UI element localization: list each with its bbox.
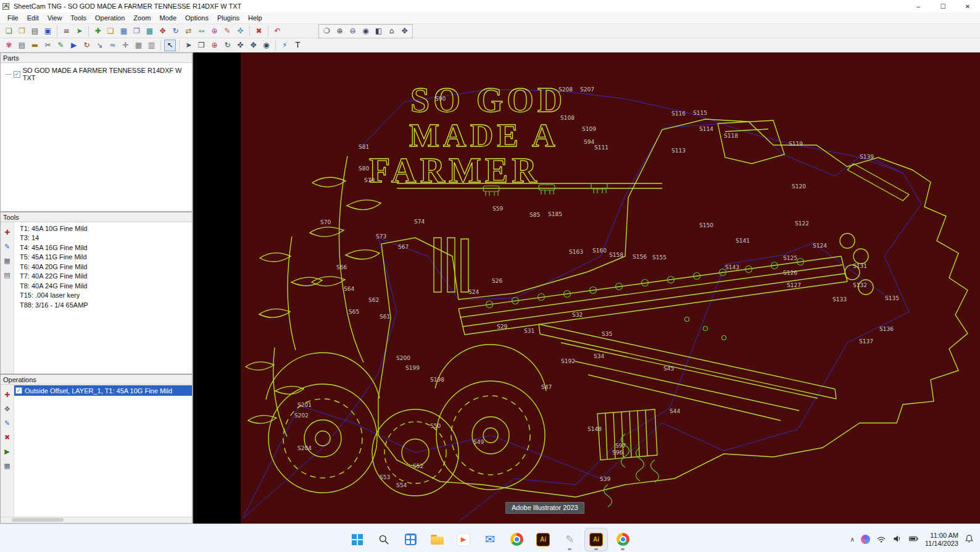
tool-list-item[interactable]: T6: 40A 20G Fine Mild bbox=[14, 262, 192, 272]
operations-hscrollbar[interactable] bbox=[1, 517, 192, 523]
start-points-icon[interactable]: ▶ bbox=[68, 40, 80, 51]
lead-in-out-icon[interactable]: ↘ bbox=[94, 40, 106, 51]
part-tree-item[interactable]: ✓ SO GOD MADE A FARMER TENNESSE R14DXF W… bbox=[1, 65, 192, 82]
new-tool-icon[interactable]: ✚ bbox=[2, 227, 12, 237]
menu-zoom[interactable]: Zoom bbox=[129, 14, 155, 22]
media-player-icon[interactable]: ▶ bbox=[452, 528, 475, 551]
menu-operation[interactable]: Operation bbox=[91, 14, 129, 22]
zoom-extents-icon[interactable]: ◉ bbox=[360, 25, 372, 37]
show-sheet-icon[interactable]: ▬ bbox=[29, 40, 41, 51]
maximize-button[interactable]: ☐ bbox=[931, 0, 955, 12]
show-grid-icon[interactable]: ▦ bbox=[133, 40, 144, 51]
simulate-icon[interactable]: ⚡ bbox=[279, 40, 291, 51]
job-report-icon[interactable]: ▤ bbox=[16, 40, 28, 51]
hidden-icons-chevron-icon[interactable]: ∧ bbox=[850, 536, 854, 543]
snap-options-icon[interactable]: ✛ bbox=[120, 40, 131, 51]
select-contour-icon[interactable]: ➤ bbox=[183, 40, 194, 51]
edit-tool-icon[interactable]: ✎ bbox=[2, 241, 12, 251]
menu-mode[interactable]: Mode bbox=[155, 14, 181, 22]
widgets-icon[interactable] bbox=[399, 528, 422, 551]
new-operation-icon[interactable]: ✚ bbox=[2, 390, 12, 399]
tool-list-item[interactable]: T88: 3/16 - 1/4 65AMP bbox=[14, 300, 192, 310]
operations-table-icon[interactable]: ▦ bbox=[2, 461, 12, 470]
operation-checkbox[interactable]: ✓ bbox=[15, 387, 22, 394]
path-direction-icon[interactable]: ↻ bbox=[81, 40, 93, 51]
battery-icon[interactable] bbox=[908, 534, 919, 545]
marker-app-icon[interactable]: ✎ bbox=[558, 528, 581, 551]
measure-part-icon[interactable]: ✜ bbox=[235, 25, 246, 37]
zoom-machine-icon[interactable]: ⌂ bbox=[386, 25, 397, 37]
delete-operation-icon[interactable]: ✖ bbox=[2, 432, 12, 442]
chrome-icon[interactable] bbox=[505, 528, 528, 551]
run-post-processor-icon[interactable]: ➤ bbox=[73, 25, 85, 37]
illustrator-2-icon[interactable]: Ai bbox=[584, 528, 608, 551]
move-part-icon[interactable]: ✥ bbox=[157, 25, 168, 37]
tool-list-item[interactable]: T15: .004 laser kery bbox=[14, 291, 192, 301]
start-icon[interactable] bbox=[346, 528, 369, 551]
tool-table-icon[interactable]: ▦ bbox=[2, 256, 12, 266]
minimize-button[interactable]: – bbox=[906, 0, 931, 12]
tool-list-item[interactable]: T4: 45A 16G Fine Mild bbox=[14, 243, 192, 253]
delete-part-icon[interactable]: ✖ bbox=[253, 25, 265, 37]
zoom-window-icon[interactable]: ❍ bbox=[321, 25, 333, 37]
tool-database-icon[interactable]: ▤ bbox=[2, 270, 12, 280]
tool-list-item[interactable]: T5: 45A 11G Fine Mild bbox=[14, 253, 192, 262]
array-part-icon[interactable]: ▩ bbox=[144, 25, 156, 37]
pan-view-icon[interactable]: ✥ bbox=[399, 25, 410, 37]
menu-file[interactable]: File bbox=[3, 14, 23, 22]
close-button[interactable]: ✕ bbox=[955, 0, 980, 12]
set-origin-icon[interactable]: ⊕ bbox=[209, 40, 220, 51]
text-tool-icon[interactable]: T bbox=[292, 40, 304, 51]
show-rulers-icon[interactable]: ▥ bbox=[146, 40, 157, 51]
mirror-part-icon[interactable]: ⇄ bbox=[183, 25, 194, 37]
menu-tools[interactable]: Tools bbox=[66, 14, 91, 22]
save-job-icon[interactable]: ▣ bbox=[42, 25, 54, 37]
select-region-icon[interactable]: ❒ bbox=[196, 40, 207, 51]
open-job-icon[interactable]: ❐ bbox=[16, 25, 28, 37]
import-part-icon[interactable]: ✚ bbox=[92, 25, 104, 37]
tray-app-icon[interactable] bbox=[861, 535, 870, 544]
zoom-out-icon[interactable]: ⊖ bbox=[347, 25, 359, 37]
wifi-icon[interactable] bbox=[876, 534, 886, 545]
new-job-icon[interactable]: ❏ bbox=[3, 25, 15, 37]
point-info-icon[interactable]: ◉ bbox=[260, 40, 272, 51]
operation-list-item[interactable]: ✓ Outside Offset, LAYER_1, T1: 45A 10G F… bbox=[14, 385, 192, 396]
clock[interactable]: 11:00 AM 11/14/2023 bbox=[925, 532, 958, 548]
search-icon[interactable] bbox=[372, 528, 396, 551]
job-options-icon[interactable]: ≡ bbox=[60, 25, 72, 37]
duplicate-part-icon[interactable]: ❒ bbox=[131, 25, 143, 37]
tool-list-item[interactable]: T1: 45A 10G Fine Mild bbox=[14, 224, 192, 233]
menu-edit[interactable]: Edit bbox=[23, 14, 43, 22]
part-wizard-icon[interactable]: ✾ bbox=[3, 40, 15, 51]
part-origin-icon[interactable]: ⊕ bbox=[209, 25, 220, 37]
select-mode-icon[interactable]: ↖ bbox=[164, 40, 176, 51]
offset-path-icon[interactable]: ≈ bbox=[107, 40, 118, 51]
simulate-operation-icon[interactable]: ▶ bbox=[2, 446, 12, 456]
mail-icon[interactable]: ✉ bbox=[478, 528, 502, 551]
scale-part-icon[interactable]: ↔ bbox=[196, 25, 207, 37]
menu-plugins[interactable]: Plugins bbox=[213, 14, 244, 22]
paste-part-icon[interactable]: ▦ bbox=[118, 25, 130, 37]
hscrollbar-thumb[interactable] bbox=[12, 518, 64, 522]
measure-tool-icon[interactable]: ✜ bbox=[235, 40, 246, 51]
file-explorer-icon[interactable] bbox=[425, 528, 449, 551]
tool-list-item[interactable]: T7: 40A 22G Fine Mild bbox=[14, 272, 192, 282]
edit-operation-icon[interactable]: ✎ bbox=[2, 418, 12, 428]
chrome-2-icon[interactable] bbox=[611, 528, 634, 551]
tool-list-item[interactable]: T3: 14 bbox=[14, 233, 192, 243]
node-edit-icon[interactable]: ✎ bbox=[55, 40, 67, 51]
menu-view[interactable]: View bbox=[43, 14, 67, 22]
copy-part-icon[interactable]: ❑ bbox=[105, 25, 117, 37]
print-icon[interactable]: ▤ bbox=[29, 25, 41, 37]
zoom-part-icon[interactable]: ◧ bbox=[373, 25, 384, 37]
rotate-part-icon[interactable]: ↻ bbox=[170, 25, 181, 37]
undo-icon[interactable]: ↶ bbox=[272, 25, 283, 37]
edit-contour-icon[interactable]: ✎ bbox=[222, 25, 233, 37]
rotate-view-icon[interactable]: ↻ bbox=[222, 40, 233, 51]
path-edit-icon[interactable]: ✂ bbox=[42, 40, 54, 51]
menu-options[interactable]: Options bbox=[181, 14, 213, 22]
notification-bell-icon[interactable] bbox=[965, 534, 974, 545]
move-operation-icon[interactable]: ✥ bbox=[2, 404, 12, 414]
zoom-in-icon[interactable]: ⊕ bbox=[334, 25, 346, 37]
canvas-viewport[interactable]: SO GOD MADE A FARMER bbox=[193, 52, 980, 524]
